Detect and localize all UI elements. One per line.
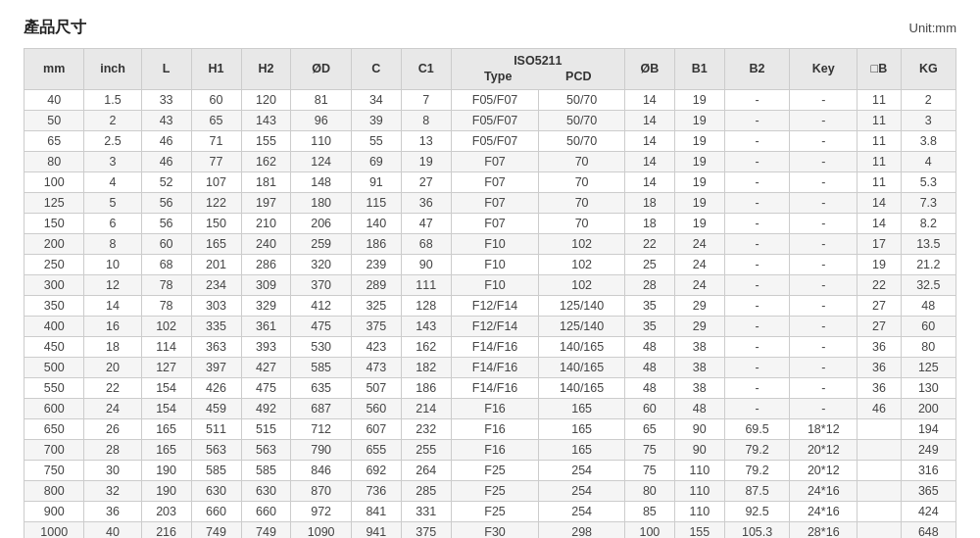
table-cell: 36 [858, 336, 902, 357]
col-inch: inch [84, 49, 141, 90]
table-cell: 71 [191, 130, 241, 151]
table-cell: 320 [291, 254, 351, 274]
table-cell: 585 [291, 357, 351, 377]
table-cell: 846 [291, 460, 351, 480]
table-cell: 75 [624, 460, 674, 480]
table-row: 50020127397427585473182F14/F16140/165483… [24, 357, 956, 377]
table-row: 3501478303329412325128F12/F14125/1403529… [24, 295, 956, 316]
table-cell: 459 [191, 398, 241, 418]
table-cell: 3 [901, 110, 956, 130]
table-cell: 309 [241, 274, 291, 295]
table-cell: 155 [241, 130, 291, 151]
table-cell: 19 [674, 110, 724, 130]
table-cell: - [790, 110, 858, 130]
table-cell: 38 [674, 336, 724, 357]
table-cell: 14 [624, 89, 674, 110]
table-cell: 1000 [24, 521, 84, 538]
table-cell: 736 [351, 480, 401, 501]
table-cell: F07 [451, 213, 539, 233]
table-cell: 11 [858, 151, 902, 171]
table-cell [858, 501, 902, 521]
table-cell: 40 [84, 521, 141, 538]
table-cell: 60 [191, 89, 241, 110]
table-cell: 240 [241, 233, 291, 254]
table-cell: 511 [191, 418, 241, 439]
table-cell: 289 [351, 274, 401, 295]
table-cell: - [790, 171, 858, 192]
table-cell: - [790, 316, 858, 336]
table-cell: 4 [901, 151, 956, 171]
table-cell: 473 [351, 357, 401, 377]
header-row: 產品尺寸 Unit:mm [24, 18, 956, 38]
table-cell: 397 [191, 357, 241, 377]
table-row: 1004521071811489127F07701419--115.3 [24, 171, 956, 192]
table-cell: 40 [24, 89, 84, 110]
table-cell [858, 521, 902, 538]
table-cell: 790 [291, 439, 351, 460]
table-cell: 148 [291, 171, 351, 192]
table-cell: 972 [291, 501, 351, 521]
table-cell: 14 [624, 110, 674, 130]
table-cell: 7 [401, 89, 451, 110]
table-cell: 216 [141, 521, 191, 538]
table-cell: 870 [291, 480, 351, 501]
table-cell: F10 [451, 274, 539, 295]
table-cell: 102 [141, 316, 191, 336]
col-sqB: □B [858, 49, 902, 90]
table-row: 80346771621246919F07701419--114 [24, 151, 956, 171]
table-cell: 182 [401, 357, 451, 377]
table-cell: 190 [141, 460, 191, 480]
table-cell: 29 [674, 316, 724, 336]
table-cell: 140 [351, 213, 401, 233]
table-cell: 55 [351, 130, 401, 151]
table-cell: 120 [241, 89, 291, 110]
table-cell: 36 [84, 501, 141, 521]
table-cell: 35 [624, 295, 674, 316]
table-cell: 331 [401, 501, 451, 521]
table-cell: 692 [351, 460, 401, 480]
table-cell: 28*16 [790, 521, 858, 538]
table-cell: 150 [24, 213, 84, 233]
table-cell: - [790, 130, 858, 151]
table-cell: - [790, 151, 858, 171]
col-C: C [351, 49, 401, 90]
table-cell: 363 [191, 336, 241, 357]
table-row: 40016102335361475375143F12/F14125/140352… [24, 316, 956, 336]
table-cell: 125/140 [539, 295, 625, 316]
table-cell: 19 [401, 151, 451, 171]
table-cell: 32 [84, 480, 141, 501]
table-cell: 14 [858, 213, 902, 233]
table-cell: - [790, 398, 858, 418]
table-cell: 335 [191, 316, 241, 336]
table-cell: - [724, 171, 790, 192]
table-cell: 900 [24, 501, 84, 521]
table-cell: - [790, 213, 858, 233]
table-cell: 2 [901, 89, 956, 110]
table-cell: 155 [674, 521, 724, 538]
table-cell: 21.2 [901, 254, 956, 274]
table-cell [858, 439, 902, 460]
table-cell: 100 [624, 521, 674, 538]
table-cell: 154 [141, 398, 191, 418]
table-row: 15065615021020614047F07701819--148.2 [24, 213, 956, 233]
table-cell: 39 [351, 110, 401, 130]
table-cell: 14 [624, 130, 674, 151]
table-body: 401.5336012081347F05/F0750/701419--11250… [24, 89, 956, 538]
table-cell: 50/70 [539, 110, 625, 130]
table-cell: 22 [624, 233, 674, 254]
unit-label: Unit:mm [909, 21, 956, 35]
table-row: 401.5336012081347F05/F0750/701419--112 [24, 89, 956, 110]
table-cell: 232 [401, 418, 451, 439]
table-cell: 24*16 [790, 501, 858, 521]
table-cell: 16 [84, 316, 141, 336]
table-cell: 19 [674, 89, 724, 110]
table-cell: 124 [291, 151, 351, 171]
table-cell: 68 [141, 254, 191, 274]
table-cell: 14 [84, 295, 141, 316]
table-cell: 8 [84, 233, 141, 254]
table-row: 65026165511515712607232F16165659069.518*… [24, 418, 956, 439]
table-cell: 46 [141, 130, 191, 151]
table-cell: 450 [24, 336, 84, 357]
table-cell: 27 [858, 316, 902, 336]
table-cell: 125 [901, 357, 956, 377]
